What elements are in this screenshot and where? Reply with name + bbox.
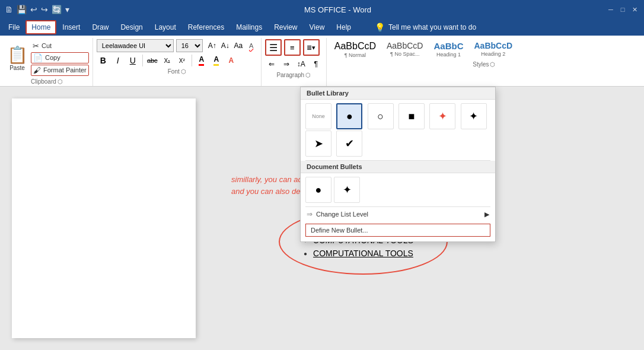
strikethrough-button[interactable]: abc (146, 54, 159, 67)
bullet-none-cell[interactable]: None (305, 103, 331, 129)
style-normal-preview: AaBbCcD (334, 41, 376, 52)
change-list-level-icon: ⇒ (307, 210, 313, 218)
paragraph-label-text: Paragraph (276, 72, 304, 78)
menu-help[interactable]: Help (330, 20, 357, 34)
format-painter-icon: 🖌 (33, 66, 41, 75)
menu-design[interactable]: Design (114, 20, 148, 34)
bullet-doc-circle[interactable]: ● (305, 177, 331, 203)
show-marks-button[interactable]: ¶ (310, 58, 323, 71)
clipboard-expand-icon[interactable]: ⬡ (58, 78, 63, 85)
menu-review[interactable]: Review (268, 20, 303, 34)
ribbon: 📋 Paste ✂ Cut 📄 Copy 🖌 Format Painter (0, 36, 644, 87)
customize-icon[interactable]: ▾ (65, 5, 69, 14)
bullet-star-cell[interactable]: ✦ (429, 103, 455, 129)
sort-button[interactable]: ↕A (295, 58, 308, 71)
font-expand-icon[interactable]: ⬡ (181, 68, 186, 75)
title-bar: 🗎 💾 ↩ ↪ 🔄 ▾ MS OFFICE - Word ─ □ ✕ (0, 0, 644, 19)
style-h1-preview: AaBbC (433, 41, 463, 51)
style-no-spacing[interactable]: AaBbCcD ¶ No Spac... (382, 39, 427, 60)
clipboard-group: 📋 Paste ✂ Cut 📄 Copy 🖌 Format Painter (2, 38, 93, 86)
font-color-button[interactable]: A (195, 54, 208, 67)
decrease-indent-button[interactable]: ⇐ (265, 58, 278, 71)
bullet-diamond-cell[interactable]: ✦ (461, 103, 487, 129)
redo-icon[interactable]: ↪ (41, 5, 48, 14)
tell-me-text: Tell me what you want to do (388, 23, 476, 31)
bullet-library-grid: None ● ○ ■ ✦ ✦ ➤ (301, 100, 495, 160)
menu-view[interactable]: View (304, 20, 331, 34)
copy-button[interactable]: 📄 Copy (31, 52, 89, 63)
bullet-doc-diamond-icon: ✦ (343, 183, 352, 196)
demo-bullet-3: ● (304, 250, 307, 257)
bullet-check-icon: ✔ (345, 137, 354, 150)
define-new-bullet-item[interactable]: Define New Bullet... (305, 224, 490, 237)
styles-label-text: Styles (473, 61, 489, 68)
paste-button[interactable]: 📋 Paste (5, 42, 30, 75)
change-case-button[interactable]: Aa (232, 39, 244, 52)
close-button[interactable]: ✕ (630, 5, 639, 14)
cut-button[interactable]: ✂ Cut (31, 41, 89, 51)
bullet-filled-square-icon: ■ (409, 110, 415, 123)
maximize-button[interactable]: □ (618, 5, 627, 14)
bullet-filled-square[interactable]: ■ (398, 103, 425, 129)
menu-mailings[interactable]: Mailings (230, 20, 268, 34)
increase-indent-button[interactable]: ⇒ (280, 58, 293, 71)
bullet-doc-grid: ● ✦ (301, 173, 495, 206)
bullet-open-circle[interactable]: ○ (368, 103, 394, 129)
change-list-level-item[interactable]: ⇒ Change List Level ▶ (301, 207, 495, 221)
demo-text-3: COMPUTATIONAL TOOLS (313, 249, 413, 258)
menu-layout[interactable]: Layout (149, 20, 182, 34)
menu-file[interactable]: File (2, 20, 25, 34)
bullet-list-button[interactable]: ☰ (265, 39, 282, 56)
style-heading1[interactable]: AaBbC Heading 1 (429, 39, 467, 60)
font-format-row: B I U abc X₂ X² A A A (97, 54, 257, 67)
format-separator-1 (142, 55, 143, 66)
paragraph-expand-icon[interactable]: ⬡ (305, 72, 311, 78)
format-painter-label: Format Painter (43, 66, 87, 74)
save-button-icon[interactable]: 💾 (17, 5, 27, 14)
text-effects-icon: A (228, 56, 234, 65)
menu-references[interactable]: References (182, 20, 230, 34)
minimize-button[interactable]: ─ (606, 5, 616, 14)
styles-swatches: AaBbCcD ¶ Normal AaBbCcD ¶ No Spac... Aa… (330, 39, 638, 60)
auto-save-icon[interactable]: 🔄 (52, 5, 62, 14)
undo-icon[interactable]: ↩ (30, 5, 37, 14)
bullet-star-icon: ✦ (438, 110, 447, 123)
font-size-select[interactable]: 16 (176, 39, 203, 52)
styles-label: Styles ⬡ (330, 60, 638, 68)
highlight-color-button[interactable]: A (210, 54, 223, 67)
define-new-bullet-text: Define New Bullet... (311, 227, 368, 234)
style-heading2[interactable]: AaBbCcD Heading 2 (470, 39, 517, 60)
menu-insert[interactable]: Insert (56, 20, 86, 34)
superscript-button[interactable]: X² (176, 54, 189, 67)
bullet-library-header: Bullet Library (301, 87, 495, 100)
bullet-filled-circle-icon: ● (346, 110, 353, 123)
numbered-list-button[interactable]: ≡ (284, 39, 301, 56)
text-effects-button[interactable]: A (225, 54, 238, 67)
styles-expand-icon[interactable]: ⬡ (490, 61, 495, 68)
grow-font-button[interactable]: A↑ (206, 39, 218, 52)
window-title: MS OFFICE - Word (304, 5, 371, 14)
window-controls: ─ □ ✕ (606, 5, 639, 14)
demo-item-3: ● COMPUTATIONAL TOOLS (304, 249, 423, 258)
bullet-arrow-cell[interactable]: ➤ (305, 131, 331, 157)
bullet-check-cell[interactable]: ✔ (336, 131, 362, 157)
underline-button[interactable]: U (126, 54, 139, 67)
quick-access-toolbar: 🗎 💾 ↩ ↪ 🔄 ▾ (5, 5, 69, 14)
bullet-filled-circle[interactable]: ● (336, 103, 362, 129)
bullet-doc-diamond[interactable]: ✦ (334, 177, 360, 203)
font-name-select[interactable]: Leelawadee UI (97, 39, 174, 52)
menu-home[interactable]: Home (25, 20, 56, 34)
subscript-button[interactable]: X₂ (161, 54, 174, 67)
paste-label: Paste (9, 65, 25, 71)
format-painter-button[interactable]: 🖌 Format Painter (31, 65, 89, 76)
multilevel-list-button[interactable]: ≣▾ (303, 39, 320, 56)
clear-formatting-button[interactable]: A (246, 39, 257, 52)
tell-me-bar[interactable]: 💡 Tell me what you want to do (369, 23, 482, 32)
italic-button[interactable]: I (111, 54, 125, 67)
style-normal[interactable]: AaBbCcD ¶ Normal (330, 39, 380, 60)
shrink-font-button[interactable]: A↓ (219, 39, 231, 52)
paste-icon: 📋 (7, 45, 28, 65)
bold-button[interactable]: B (97, 54, 110, 67)
menu-draw[interactable]: Draw (86, 20, 114, 34)
bullet-doc-header: Document Bullets (301, 161, 495, 173)
